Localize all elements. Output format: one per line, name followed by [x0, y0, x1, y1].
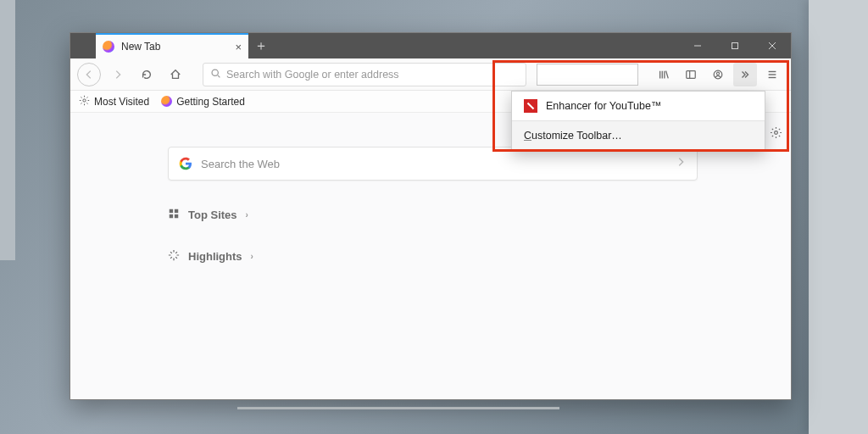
newtab-search-bar[interactable] — [168, 147, 698, 181]
forward-button[interactable] — [106, 63, 130, 86]
newtab-settings-button[interactable] — [770, 126, 782, 142]
overflow-panel: Enhancer for YouTube™ Customize Toolbar… — [511, 91, 765, 151]
bookmark-getting-started[interactable]: Getting Started — [161, 96, 245, 108]
svg-point-4 — [212, 70, 218, 75]
svg-line-5 — [218, 75, 220, 76]
window-close-button[interactable] — [754, 33, 791, 58]
sparkle-icon — [168, 249, 180, 264]
reload-button[interactable] — [135, 63, 159, 86]
library-button[interactable] — [652, 63, 676, 86]
svg-rect-18 — [175, 214, 178, 218]
sidebar-button[interactable] — [679, 63, 703, 86]
svg-point-14 — [775, 131, 778, 135]
window-controls — [679, 33, 791, 58]
bookmark-most-visited[interactable]: Most Visited — [79, 95, 149, 108]
gear-icon — [79, 95, 90, 108]
section-top-sites[interactable]: Top Sites › — [168, 208, 698, 222]
search-icon — [210, 67, 221, 82]
app-menu-button[interactable] — [760, 63, 784, 86]
submit-arrow-icon[interactable] — [675, 156, 687, 171]
window-maximize-button[interactable] — [716, 33, 754, 58]
bookmark-label: Most Visited — [94, 96, 149, 108]
newtab-content: Top Sites › Highlights › — [70, 113, 791, 399]
svg-rect-1 — [732, 43, 738, 49]
new-tab-button[interactable]: ＋ — [248, 33, 274, 58]
svg-rect-17 — [170, 214, 173, 218]
tab-close-button[interactable]: × — [235, 41, 242, 53]
browser-window: New Tab × ＋ — [70, 32, 792, 400]
tab-title: New Tab — [121, 41, 228, 53]
home-button[interactable] — [164, 63, 187, 86]
grid-icon — [168, 208, 180, 222]
overflow-menu-button[interactable] — [733, 63, 757, 86]
search-field-secondary[interactable] — [537, 64, 638, 86]
section-title: Top Sites — [188, 209, 237, 221]
svg-rect-16 — [175, 209, 178, 213]
newtab-search-input[interactable] — [201, 158, 666, 170]
overflow-customize-label: Customize Toolbar… — [524, 130, 622, 142]
address-bar[interactable] — [203, 63, 526, 86]
section-title: Highlights — [188, 250, 242, 263]
google-logo-icon — [179, 157, 192, 170]
address-input[interactable] — [226, 69, 519, 81]
firefox-favicon — [103, 41, 114, 53]
svg-point-9 — [716, 72, 719, 75]
enhancer-youtube-icon — [524, 99, 537, 113]
bookmark-label: Getting Started — [176, 96, 245, 108]
svg-point-13 — [83, 98, 86, 101]
nav-toolbar: Enhancer for YouTube™ Customize Toolbar… — [70, 58, 791, 91]
chevron-right-icon: › — [251, 252, 253, 261]
overflow-item-label: Enhancer for YouTube™ — [546, 100, 661, 112]
overflow-customize-toolbar[interactable]: Customize Toolbar… — [512, 121, 765, 150]
svg-rect-15 — [170, 209, 173, 213]
firefox-favicon — [161, 96, 172, 107]
titlebar: New Tab × ＋ — [70, 33, 791, 58]
tab-current[interactable]: New Tab × — [96, 33, 248, 58]
section-highlights[interactable]: Highlights › — [168, 249, 698, 264]
svg-rect-6 — [687, 70, 696, 78]
window-minimize-button[interactable] — [679, 33, 716, 58]
chevron-right-icon: › — [246, 210, 248, 220]
back-button[interactable] — [77, 63, 101, 86]
overflow-item-extension[interactable]: Enhancer for YouTube™ — [512, 92, 765, 120]
account-button[interactable] — [706, 63, 730, 86]
